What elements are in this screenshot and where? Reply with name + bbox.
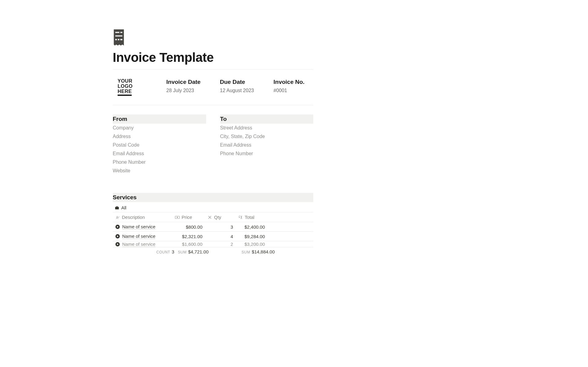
- text-icon: [115, 215, 120, 220]
- svg-rect-5: [120, 39, 123, 40]
- arrow-circle-icon: [115, 234, 120, 239]
- to-email[interactable]: Email Address: [220, 141, 314, 149]
- sum-total-label: SUM: [242, 250, 250, 254]
- from-postal-code[interactable]: Postal Code: [113, 141, 206, 149]
- logo-line-2: LOGO: [118, 84, 132, 89]
- from-phone[interactable]: Phone Number: [113, 158, 206, 167]
- x-icon: [207, 215, 212, 220]
- services-table-header: Description Price Qty Total: [113, 212, 313, 222]
- table-row[interactable]: Name of service $1,600.00 2 $3,200.00: [113, 241, 313, 247]
- due-date-value[interactable]: 12 August 2023: [220, 88, 273, 93]
- cell-price[interactable]: $1,600.00: [172, 241, 205, 247]
- address-row: From Company Address Postal Code Email A…: [113, 114, 313, 175]
- invoice-date-value[interactable]: 28 July 2023: [166, 88, 220, 93]
- service-name: Name of service: [122, 242, 155, 247]
- table-row[interactable]: Name of service $2,321.00 4 $9,284.00: [113, 232, 313, 241]
- from-company[interactable]: Company: [113, 124, 206, 132]
- due-date-label: Due Date: [220, 79, 273, 85]
- to-street[interactable]: Street Address: [220, 124, 314, 132]
- cell-total[interactable]: $9,284.00: [236, 232, 267, 241]
- logo-line-1: YOUR: [118, 79, 132, 84]
- briefcase-icon: [115, 205, 119, 210]
- services-header: Services: [113, 193, 313, 202]
- meta-row: YOUR LOGO HERE Invoice Date 28 July 2023…: [113, 69, 313, 105]
- invoice-date-label: Invoice Date: [166, 79, 220, 85]
- cell-description[interactable]: Name of service: [113, 222, 172, 231]
- sum-total-value: $14,884.00: [252, 249, 275, 254]
- cell-qty[interactable]: 4: [205, 232, 236, 241]
- cell-description[interactable]: Name of service: [113, 232, 172, 241]
- th-qty-label: Qty: [214, 215, 221, 220]
- th-price-label: Price: [182, 215, 192, 220]
- from-address[interactable]: Address: [113, 132, 206, 141]
- from-email[interactable]: Email Address: [113, 149, 206, 158]
- svg-rect-2: [115, 36, 122, 36]
- th-price[interactable]: Price: [172, 212, 205, 222]
- from-column: From Company Address Postal Code Email A…: [113, 114, 206, 175]
- view-tab-all[interactable]: All: [115, 205, 126, 210]
- th-description[interactable]: Description: [113, 212, 172, 222]
- arrow-circle-icon: [115, 242, 120, 247]
- invoice-no-label: Invoice No.: [273, 79, 313, 85]
- invoice-date-column: Invoice Date 28 July 2023: [166, 79, 220, 93]
- to-header: To: [220, 114, 314, 124]
- service-name: Name of service: [122, 234, 155, 239]
- from-website[interactable]: Website: [113, 167, 206, 175]
- sum-price-value: $4,721.00: [188, 249, 209, 254]
- svg-rect-1: [120, 32, 123, 33]
- footer-sum-total[interactable]: SUM $14,884.00: [231, 249, 275, 254]
- to-phone[interactable]: Phone Number: [220, 149, 314, 158]
- logo-line-3: HERE: [118, 89, 132, 96]
- th-qty[interactable]: Qty: [205, 212, 236, 222]
- th-description-label: Description: [122, 215, 145, 220]
- svg-rect-4: [118, 39, 119, 40]
- count-value: 3: [172, 249, 174, 254]
- view-tab-label: All: [121, 205, 126, 210]
- cell-total[interactable]: $2,400.00: [236, 223, 267, 231]
- to-column: To Street Address City, State, Zip Code …: [220, 114, 314, 175]
- receipt-icon: [113, 29, 125, 47]
- logo-text: YOUR LOGO HERE: [113, 79, 132, 96]
- cell-qty[interactable]: 3: [205, 223, 236, 231]
- cell-qty[interactable]: 2: [205, 241, 236, 247]
- arrow-circle-icon: [115, 224, 120, 229]
- invoice-no-column: Invoice No. #0001: [273, 79, 313, 93]
- footer-count[interactable]: COUNT 3: [157, 249, 174, 254]
- table-row[interactable]: Name of service $800.00 3 $2,400.00: [113, 222, 313, 232]
- th-total[interactable]: Total: [236, 212, 267, 222]
- svg-rect-3: [115, 39, 117, 40]
- cell-description[interactable]: Name of service: [113, 241, 172, 247]
- count-label: COUNT: [156, 250, 170, 254]
- to-city-state-zip[interactable]: City, State, Zip Code: [220, 132, 314, 141]
- service-name: Name of service: [122, 224, 155, 230]
- logo-placeholder[interactable]: YOUR LOGO HERE: [113, 79, 166, 96]
- sum-price-label: SUM: [178, 250, 187, 254]
- services-section: Services All Description Price Qty: [113, 193, 313, 254]
- svg-point-7: [177, 217, 178, 218]
- view-tabs-row: All: [113, 202, 313, 212]
- cell-total[interactable]: $3,200.00: [236, 241, 267, 247]
- page-icon[interactable]: [113, 29, 125, 47]
- formula-icon: [238, 215, 243, 220]
- th-total-label: Total: [245, 215, 254, 220]
- cell-price[interactable]: $2,321.00: [172, 232, 205, 241]
- invoice-no-value[interactable]: #0001: [273, 88, 313, 93]
- page-title[interactable]: Invoice Template: [113, 50, 313, 65]
- svg-rect-0: [115, 32, 119, 33]
- table-footer: COUNT 3 SUM $4,721.00 SUM $14,884.00: [113, 247, 313, 254]
- footer-sum-price[interactable]: SUM $4,721.00: [176, 249, 209, 254]
- money-icon: [175, 215, 180, 220]
- from-header: From: [113, 114, 206, 124]
- page-content: Invoice Template YOUR LOGO HERE Invoice …: [113, 0, 313, 254]
- cell-price[interactable]: $800.00: [172, 223, 205, 231]
- due-date-column: Due Date 12 August 2023: [220, 79, 273, 93]
- divider: [113, 105, 313, 105]
